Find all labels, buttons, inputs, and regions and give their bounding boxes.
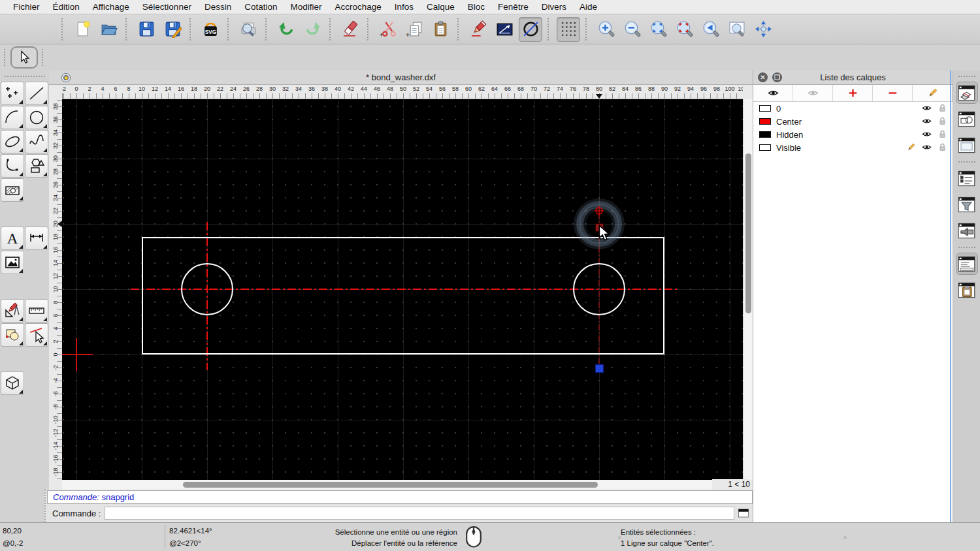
layer-row-hidden[interactable]: Hidden [753,128,953,141]
layer-lock-icon[interactable] [937,116,949,127]
entity-circle-left[interactable] [181,263,233,315]
zoom-previous-icon[interactable] [699,17,723,42]
palette-handle[interactable] [5,76,45,78]
show-all-eye-gray-icon[interactable] [793,85,833,101]
toolbar-separator[interactable] [265,18,268,40]
tool-text-icon[interactable]: A [1,227,24,250]
menu-affichage[interactable]: Affichage [86,0,136,14]
menu-modifier[interactable]: Modifier [284,0,328,14]
layer-row-center[interactable]: Center [753,115,953,128]
draw-pencil-icon[interactable] [466,17,490,42]
menu-accrochage[interactable]: Accrochage [328,0,387,14]
svg-export-icon[interactable]: SVG [199,17,222,42]
zoom-in-icon[interactable] [595,17,618,42]
open-folder-icon[interactable] [97,17,120,42]
layer-visibility-eye-icon[interactable] [921,129,933,140]
zoom-window-icon[interactable] [725,17,749,42]
tool-cube-icon[interactable] [1,371,24,395]
toolbar-separator[interactable] [457,18,460,40]
tool-modify-icon[interactable] [1,299,24,323]
toolbar-separator[interactable] [547,18,550,40]
tool-deselect-icon[interactable] [25,323,48,347]
tool-points-icon[interactable] [1,82,24,105]
select-tool-button[interactable] [10,46,38,69]
tool-polygon-icon[interactable] [25,154,48,178]
edit-layer-icon[interactable] [913,85,953,101]
toolbar-handle[interactable] [42,49,44,66]
dock-block-list-icon[interactable] [956,108,978,130]
command-detach-icon[interactable] [737,507,750,519]
tool-arc-icon[interactable] [1,106,24,129]
toolbar-separator[interactable] [585,18,588,40]
dock-library-browser-icon[interactable] [956,134,978,156]
horizontal-scrollbar[interactable] [62,480,722,490]
command-input[interactable] [105,507,734,520]
paste-icon[interactable] [429,17,452,42]
zoom-out-icon[interactable] [621,17,644,42]
menu-selectionner[interactable]: Sélectionner [136,0,198,14]
save-icon[interactable] [135,17,158,42]
vscroll-thumb[interactable] [745,153,751,313]
add-layer-icon[interactable] [833,85,873,101]
remove-layer-icon[interactable] [873,85,913,101]
save-as-icon[interactable] [161,17,184,42]
layer-lock-icon[interactable] [937,103,949,114]
eraser-icon[interactable] [338,17,362,42]
show-all-eye-icon[interactable] [753,85,793,101]
tool-polyline-icon[interactable] [1,154,24,178]
toolbar-handle[interactable] [4,49,6,66]
dock-handle[interactable] [958,76,975,78]
menu-calque[interactable]: Calque [420,0,461,14]
layer-row-visible[interactable]: Visible [753,141,953,154]
selection-handle[interactable] [595,364,604,373]
snap-free-icon[interactable] [519,17,542,42]
menu-fichier[interactable]: Fichier [7,0,46,14]
menu-dessin[interactable]: Dessin [198,0,238,14]
menu-cotation[interactable]: Cotation [238,0,284,14]
menu-aide[interactable]: Aide [573,0,604,14]
new-file-icon[interactable] [71,17,94,42]
hscroll-thumb[interactable] [183,482,598,488]
toolbar-separator[interactable] [125,18,128,40]
layer-lock-icon[interactable] [937,142,949,153]
toolbar-separator[interactable] [61,18,64,40]
tool-image-icon[interactable] [1,251,24,274]
tool-block-icon[interactable] [1,323,24,347]
tool-ellipse-icon[interactable] [1,130,24,153]
undo-icon[interactable] [274,17,298,42]
layer-visibility-eye-icon[interactable] [921,142,933,153]
print-preview-icon[interactable] [237,17,260,42]
zoom-auto-icon[interactable] [647,17,670,42]
toolbar-separator[interactable] [227,18,230,40]
toolbar-separator[interactable] [189,18,192,40]
menu-bloc[interactable]: Bloc [461,0,491,14]
tool-spline-icon[interactable] [25,130,48,153]
snap-grid-icon[interactable] [557,17,580,42]
dock-filter-icon[interactable] [956,193,978,215]
toolbar-separator[interactable] [329,18,332,40]
menu-edition[interactable]: Édition [46,0,86,14]
tool-hatch-icon[interactable] [1,178,24,202]
entity-circle-right[interactable] [573,263,625,315]
zoom-selection-icon[interactable] [673,17,696,42]
tool-measure-icon[interactable] [25,299,48,323]
copy-icon[interactable]: + [402,17,426,42]
layer-visibility-eye-icon[interactable] [921,116,933,127]
layer-row-0[interactable]: 0 [753,102,953,115]
tool-dimension-icon[interactable] [25,227,48,250]
menu-divers[interactable]: Divers [535,0,573,14]
cut-icon[interactable]: + [376,17,400,42]
zoom-pan-icon[interactable] [751,17,775,42]
drawing-canvas[interactable] [62,99,743,480]
vertical-scrollbar[interactable] [743,99,753,480]
dock-entity-list-icon[interactable] [956,167,978,189]
layer-visibility-eye-icon[interactable] [921,103,933,114]
part-number-label[interactable] [261,223,285,353]
menu-fenetre[interactable]: Fenêtre [491,0,535,14]
ortho-line-icon[interactable] [493,17,516,42]
tool-circle-icon[interactable] [25,106,48,129]
dock-explode-icon[interactable] [956,219,978,242]
dock-command-widget-icon[interactable] [956,253,978,275]
menu-infos[interactable]: Infos [388,0,420,14]
toolbar-separator[interactable] [367,18,370,40]
